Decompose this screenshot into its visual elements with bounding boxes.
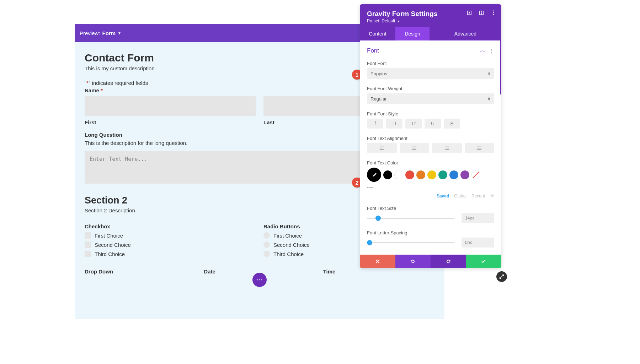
smallcaps-button[interactable]: TT bbox=[405, 119, 422, 129]
gear-icon[interactable] bbox=[490, 193, 494, 199]
swatch-blue[interactable] bbox=[449, 170, 458, 179]
align-justify-button[interactable] bbox=[465, 143, 495, 153]
color-picker-button[interactable] bbox=[367, 168, 381, 182]
first-name-input[interactable] bbox=[85, 96, 256, 116]
svg-point-22 bbox=[491, 194, 494, 197]
svg-point-1 bbox=[259, 279, 260, 281]
color-tab-recent[interactable]: Recent bbox=[471, 194, 485, 199]
close-button[interactable] bbox=[360, 255, 395, 268]
time-label: Time bbox=[323, 268, 434, 275]
font-style-label: Font Font Style bbox=[367, 111, 494, 116]
kebab-icon[interactable] bbox=[491, 10, 496, 16]
align-right-button[interactable] bbox=[432, 143, 462, 153]
more-actions-button[interactable] bbox=[252, 273, 267, 287]
underline-button[interactable]: U bbox=[425, 119, 441, 129]
uppercase-button[interactable]: TT bbox=[386, 119, 402, 129]
font-size-label: Font Text Size bbox=[367, 206, 494, 211]
color-tab-saved[interactable]: Saved bbox=[437, 194, 449, 199]
split-icon[interactable] bbox=[479, 10, 484, 16]
svg-point-2 bbox=[261, 279, 262, 281]
sort-icon: ▲▼ bbox=[487, 97, 491, 101]
kebab-icon[interactable]: ⋮ bbox=[489, 48, 494, 54]
checkbox-item[interactable]: Third Choice bbox=[85, 251, 256, 257]
svg-point-7 bbox=[493, 10, 494, 11]
first-sublabel: First bbox=[85, 119, 256, 125]
svg-point-9 bbox=[493, 14, 494, 15]
checkbox-item[interactable]: Second Choice bbox=[85, 241, 256, 248]
panel-tabs: Content Design Advanced bbox=[360, 27, 501, 40]
save-button[interactable] bbox=[466, 255, 502, 268]
tab-advanced[interactable]: Advanced bbox=[430, 27, 501, 40]
font-weight-label: Font Font Weight bbox=[367, 86, 494, 91]
preview-form-name[interactable]: Form bbox=[102, 30, 116, 36]
tab-design[interactable]: Design bbox=[395, 27, 430, 40]
font-spacing-slider[interactable] bbox=[367, 242, 454, 243]
color-tab-global[interactable]: Global bbox=[454, 194, 466, 199]
font-select[interactable]: Poppins ▲▼ bbox=[367, 68, 494, 79]
strikethrough-button[interactable]: S bbox=[444, 119, 460, 129]
swatch-red[interactable] bbox=[405, 170, 414, 179]
font-spacing-value[interactable]: 0px bbox=[462, 238, 494, 248]
checkbox-label: Checkbox bbox=[85, 223, 256, 229]
swatch-white[interactable] bbox=[394, 170, 403, 179]
scrollbar[interactable] bbox=[500, 40, 501, 94]
svg-point-0 bbox=[257, 279, 258, 281]
undo-button[interactable] bbox=[395, 255, 431, 268]
svg-rect-4 bbox=[469, 12, 470, 13]
more-swatches-icon[interactable]: ••• bbox=[367, 185, 373, 190]
chevron-up-icon[interactable]: ︿ bbox=[480, 47, 486, 54]
italic-button[interactable]: I bbox=[367, 119, 383, 129]
font-section-title[interactable]: Font bbox=[367, 47, 379, 54]
align-center-button[interactable] bbox=[400, 143, 430, 153]
preset-selector[interactable]: Preset: Default ▼ bbox=[367, 18, 494, 23]
swatch-yellow[interactable] bbox=[427, 170, 436, 179]
target-icon[interactable] bbox=[466, 10, 472, 16]
dropdown-label: Drop Down bbox=[85, 268, 196, 275]
align-left-button[interactable] bbox=[367, 143, 397, 153]
font-font-label: Font Font bbox=[367, 61, 494, 66]
swatch-black[interactable] bbox=[383, 170, 392, 179]
svg-point-23 bbox=[492, 195, 493, 196]
font-size-slider[interactable] bbox=[367, 218, 454, 219]
font-align-label: Font Text Alignment bbox=[367, 136, 494, 141]
svg-point-8 bbox=[493, 12, 494, 13]
font-color-label: Font Text Color bbox=[367, 160, 494, 165]
sort-icon: ▲▼ bbox=[487, 71, 491, 76]
swatch-none[interactable] bbox=[471, 170, 480, 179]
font-spacing-label: Font Letter Spacing bbox=[367, 230, 494, 235]
preview-label: Preview: bbox=[80, 30, 100, 36]
caret-down-icon[interactable]: ▼ bbox=[118, 31, 121, 35]
redo-button[interactable] bbox=[431, 255, 466, 268]
swatch-purple[interactable] bbox=[460, 170, 469, 179]
swatch-orange[interactable] bbox=[416, 170, 425, 179]
tab-content[interactable]: Content bbox=[360, 27, 395, 40]
font-size-value[interactable]: 14px bbox=[462, 213, 494, 223]
swatch-green[interactable] bbox=[438, 170, 447, 179]
settings-panel: Gravity Form Settings Preset: Default ▼ … bbox=[360, 4, 501, 268]
checkbox-item[interactable]: First Choice bbox=[85, 232, 256, 239]
resize-handle[interactable] bbox=[496, 271, 507, 282]
weight-select[interactable]: Regular ▲▼ bbox=[367, 93, 494, 104]
